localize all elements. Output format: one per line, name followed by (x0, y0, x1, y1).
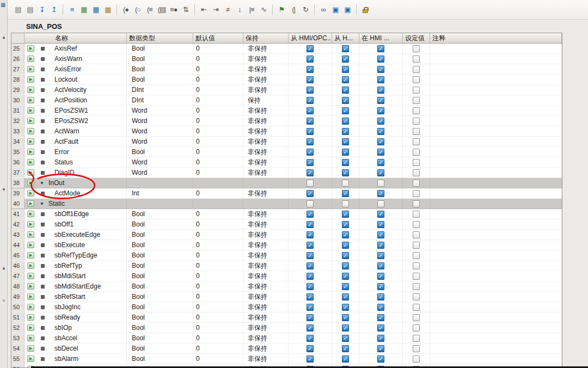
table-row[interactable]: 28LockoutBool0非保持 (11, 75, 562, 85)
hmi-opc-checkbox[interactable] (307, 200, 314, 207)
variable-name[interactable]: sbAlarm (54, 355, 78, 363)
setpoint-checkbox[interactable] (413, 56, 420, 63)
setpoint-checkbox[interactable] (413, 87, 420, 94)
variable-name[interactable]: sbExecute (54, 241, 85, 249)
hmi-visible-checkbox[interactable] (377, 304, 384, 311)
outdent-icon[interactable]: ⇤ (198, 3, 210, 16)
table-row[interactable]: 41sbOff1EdgeBool0非保持 (11, 209, 562, 219)
variable-name[interactable]: ActVelocity (54, 86, 87, 94)
hmi-h-checkbox[interactable] (342, 242, 349, 249)
table-row[interactable]: 35ErrorBool0非保持 (11, 147, 562, 157)
setpoint-checkbox[interactable] (413, 180, 420, 187)
hmi-visible-checkbox[interactable] (377, 355, 384, 363)
setpoint-checkbox[interactable] (413, 252, 420, 259)
hmi-h-checkbox[interactable] (342, 273, 349, 280)
column-header[interactable]: 默认值 (193, 33, 243, 43)
setpoint-checkbox[interactable] (413, 76, 420, 83)
hmi-opc-checkbox[interactable] (307, 118, 314, 125)
variable-name[interactable]: sbOff1 (54, 220, 74, 228)
hmi-h-checkbox[interactable] (342, 314, 349, 321)
hmi-h-checkbox[interactable] (342, 324, 349, 332)
copy-snapshot-icon[interactable]: (≡ (144, 3, 156, 16)
hmi-h-checkbox[interactable] (342, 304, 349, 311)
table-row[interactable]: 36StatusWord0非保持 (11, 157, 562, 168)
table-row[interactable]: 42sbOff1Bool0非保持 (11, 219, 562, 230)
table-row[interactable]: 55sbAlarmBool0非保持 (11, 354, 562, 364)
add-row-icon[interactable]: ▤ (24, 3, 36, 16)
hmi-h-checkbox[interactable] (342, 231, 349, 238)
variable-name[interactable]: Error (54, 148, 69, 156)
table-row[interactable]: 46sbRefTypBool0非保持 (11, 261, 562, 271)
snapshot-values-icon[interactable]: (○ (132, 3, 144, 16)
compare-values-icon[interactable]: ≠ (222, 3, 234, 16)
variable-name[interactable]: sbRefTypEdge (54, 252, 97, 259)
import-table-icon[interactable]: ▦ (90, 3, 102, 16)
variable-name[interactable]: DiagID (54, 169, 75, 176)
scroll-down-icon[interactable]: ▼ (1, 186, 7, 193)
table-row[interactable]: 53sbAccelBool0非保持 (11, 333, 562, 344)
setpoint-checkbox[interactable] (413, 97, 420, 104)
hmi-visible-checkbox[interactable] (377, 76, 384, 83)
hmi-opc-checkbox[interactable] (307, 128, 314, 135)
variable-name[interactable]: sbReady (54, 314, 80, 321)
setpoint-checkbox[interactable] (413, 118, 420, 125)
hmi-h-checkbox[interactable] (342, 87, 349, 94)
hmi-h-checkbox[interactable] (342, 149, 349, 156)
setpoint-checkbox[interactable] (413, 138, 420, 145)
hmi-visible-checkbox[interactable] (377, 56, 384, 63)
table-row[interactable]: 44sbExecuteBool0非保持 (11, 240, 562, 250)
table-row[interactable]: 38▼InOut (11, 178, 562, 188)
table-row[interactable]: 51sbReadyBool0非保持 (11, 312, 562, 323)
refresh-icon[interactable]: ↻ (299, 3, 311, 16)
variable-name[interactable]: sbRefTyp (54, 262, 82, 269)
hmi-h-checkbox[interactable] (342, 45, 349, 52)
hmi-opc-checkbox[interactable] (307, 283, 314, 290)
splitter-handle-icon[interactable]: ≡ (1, 297, 7, 304)
setpoint-checkbox[interactable] (413, 293, 420, 300)
scroll-up-secondary-icon[interactable]: ▲ (1, 265, 7, 271)
hmi-h-checkbox[interactable] (342, 355, 349, 363)
hmi-visible-checkbox[interactable] (377, 180, 384, 187)
hmi-h-checkbox[interactable] (342, 56, 349, 63)
setpoint-checkbox[interactable] (413, 45, 420, 52)
hmi-visible-checkbox[interactable] (377, 252, 384, 259)
variable-name[interactable]: ActMode (54, 189, 80, 197)
hmi-opc-checkbox[interactable] (307, 355, 314, 363)
column-header[interactable]: 从 HMI/OPC.. (289, 33, 332, 43)
security-icon[interactable] (359, 3, 371, 16)
setpoint-checkbox[interactable] (413, 304, 420, 311)
hmi-opc-checkbox[interactable] (307, 138, 314, 145)
hmi-visible-checkbox[interactable] (377, 200, 384, 207)
hmi-visible-checkbox[interactable] (377, 221, 384, 228)
variable-name[interactable]: sbAccel (54, 334, 77, 342)
download-to-device-icon[interactable]: ↧ (36, 3, 48, 16)
hmi-h-checkbox[interactable] (342, 66, 349, 73)
table-row[interactable]: 26AxisWarnBool0非保持 (11, 54, 562, 64)
variable-name[interactable]: AxisError (54, 65, 81, 73)
hmi-visible-checkbox[interactable] (377, 97, 384, 104)
hmi-visible-checkbox[interactable] (377, 211, 384, 218)
hmi-h-checkbox[interactable] (342, 345, 349, 352)
variable-name[interactable]: EPosZSW1 (54, 107, 88, 114)
hmi-opc-checkbox[interactable] (307, 252, 314, 259)
export-table-icon[interactable]: ▦ (78, 3, 90, 16)
column-header[interactable]: 保持 (243, 33, 289, 43)
hmi-h-checkbox[interactable] (342, 180, 349, 187)
setpoint-checkbox[interactable] (413, 314, 420, 321)
hmi-h-checkbox[interactable] (342, 221, 349, 228)
column-header[interactable]: 从 H... (332, 33, 359, 43)
table-row[interactable]: 45sbRefTypEdgeBool0非保持 (11, 250, 562, 261)
hmi-visible-checkbox[interactable] (377, 293, 384, 300)
setpoint-checkbox[interactable] (413, 66, 420, 73)
hmi-opc-checkbox[interactable] (307, 242, 314, 249)
hmi-visible-checkbox[interactable] (377, 159, 384, 166)
sidebar-toggle-icon[interactable]: ▦ (1, 2, 5, 8)
initialize-setpoints-icon[interactable]: ≡● (168, 3, 180, 16)
column-header[interactable]: 设定值 (403, 33, 430, 43)
link-icon[interactable]: ∞ (317, 3, 329, 16)
format-list-icon[interactable]: |≡ (246, 3, 258, 16)
hmi-visible-checkbox[interactable] (377, 345, 384, 352)
hmi-visible-checkbox[interactable] (377, 242, 384, 249)
table-row[interactable]: 37DiagIDWord0非保持 (11, 168, 562, 178)
paren-monitor-icon[interactable]: (| (287, 3, 299, 16)
